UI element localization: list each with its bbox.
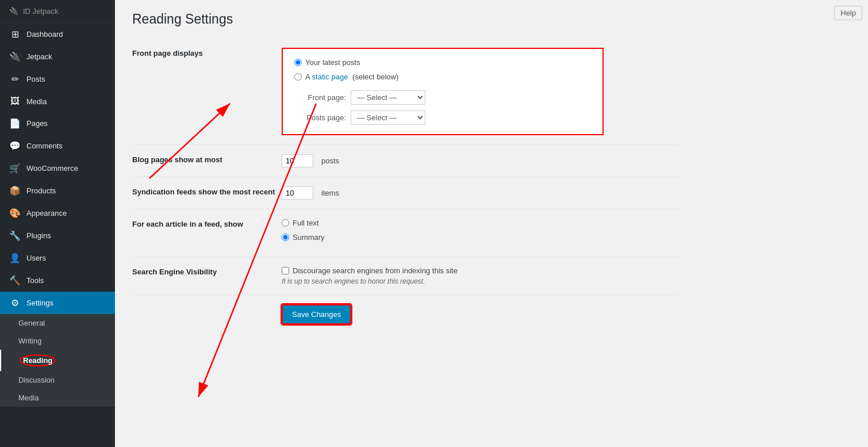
front-page-control: Your latest posts A static page (select … xyxy=(282,48,678,135)
syndication-control: items xyxy=(282,186,678,200)
sidebar-label-dashboard: Dashboard xyxy=(26,30,63,39)
sidebar-item-jetpack[interactable]: 🔌 Jetpack xyxy=(0,45,115,68)
discourage-option: Discourage search engines from indexing … xyxy=(282,266,678,275)
front-page-box: Your latest posts A static page (select … xyxy=(282,48,604,135)
sidebar-item-appearance[interactable]: 🎨 Appearance xyxy=(0,202,115,224)
sidebar-item-reading[interactable]: Reading xyxy=(0,350,115,371)
feed-article-label: For each article in a feed, show xyxy=(132,219,282,228)
syndication-suffix: items xyxy=(321,189,339,197)
static-page-link[interactable]: static page xyxy=(312,72,348,81)
media-icon: 🖼 xyxy=(9,96,21,106)
full-text-radio[interactable] xyxy=(282,219,289,227)
static-page-radio[interactable] xyxy=(294,73,302,81)
plugins-icon: 🔧 xyxy=(9,230,21,241)
tools-icon: 🔨 xyxy=(9,275,21,286)
static-page-option: A static page (select below) xyxy=(294,72,591,81)
sidebar-label-media-sub: Media xyxy=(18,393,39,402)
sidebar-item-media-sub[interactable]: Media xyxy=(0,389,115,407)
sidebar-item-pages[interactable]: 📄 Pages xyxy=(0,112,115,135)
sidebar-item-writing[interactable]: Writing xyxy=(0,332,115,350)
feed-article-control: Full text Summary xyxy=(282,219,678,247)
sidebar-label-appearance: Appearance xyxy=(26,209,67,217)
sidebar-label-general: General xyxy=(18,319,45,327)
sidebar-label-jetpack: Jetpack xyxy=(26,52,52,61)
sidebar-item-tools[interactable]: 🔨 Tools xyxy=(0,269,115,292)
sidebar-item-posts[interactable]: ✏ Posts xyxy=(0,68,115,90)
posts-page-select-row: Posts page: — Select — Home About Blog xyxy=(294,110,591,125)
posts-page-select-label: Posts page: xyxy=(294,113,346,122)
sidebar-label-products: Products xyxy=(26,186,56,195)
sidebar-item-general[interactable]: General xyxy=(0,314,115,332)
sidebar-item-media[interactable]: 🖼 Media xyxy=(0,90,115,112)
main-content: Help Reading Settings Front page display… xyxy=(115,0,868,447)
syndication-label: Syndication feeds show the most recent xyxy=(132,186,282,196)
pages-icon: 📄 xyxy=(9,118,21,129)
sidebar-label-woocommerce: WooCommerce xyxy=(26,164,78,173)
sidebar-item-products[interactable]: 📦 Products xyxy=(0,179,115,202)
sidebar: 🔌 ID Jetpack ⊞ Dashboard 🔌 Jetpack ✏ Pos… xyxy=(0,0,115,447)
sidebar-label-settings: Settings xyxy=(26,299,53,307)
posts-icon: ✏ xyxy=(9,74,21,85)
static-page-label: A static page (select below) xyxy=(305,72,398,81)
search-engine-row: Search Engine Visibility Discourage sear… xyxy=(132,257,678,295)
sidebar-label-posts: Posts xyxy=(26,75,45,83)
sidebar-logo-text: ID Jetpack xyxy=(23,7,58,16)
syndication-row: Syndication feeds show the most recent i… xyxy=(132,177,678,209)
sidebar-item-users[interactable]: 👤 Users xyxy=(0,247,115,269)
jetpack-nav-icon: 🔌 xyxy=(9,51,21,62)
search-engine-label: Search Engine Visibility xyxy=(132,266,282,276)
full-text-option: Full text xyxy=(282,219,678,227)
appearance-icon: 🎨 xyxy=(9,208,21,219)
settings-icon: ⚙ xyxy=(9,297,21,308)
sidebar-label-pages: Pages xyxy=(26,119,48,128)
sidebar-label-plugins: Plugins xyxy=(26,231,51,240)
blog-pages-row: Blog pages show at most posts xyxy=(132,145,678,177)
blog-pages-control: posts xyxy=(282,154,678,167)
sidebar-label-media: Media xyxy=(26,97,47,106)
latest-posts-option: Your latest posts xyxy=(294,58,591,67)
settings-submenu: General Writing Reading Discussion Media xyxy=(0,314,115,407)
front-page-row: Front page displays Your latest posts A … xyxy=(132,39,678,145)
full-text-label[interactable]: Full text xyxy=(293,219,319,227)
summary-label[interactable]: Summary xyxy=(293,233,325,242)
front-page-select[interactable]: — Select — Home About Blog Contact xyxy=(351,90,425,105)
sidebar-item-plugins[interactable]: 🔧 Plugins xyxy=(0,224,115,247)
front-page-select-label: Front page: xyxy=(294,93,346,102)
feed-article-row: For each article in a feed, show Full te… xyxy=(132,209,678,257)
sidebar-label-comments: Comments xyxy=(26,142,63,150)
sidebar-logo: 🔌 ID Jetpack xyxy=(0,0,115,23)
products-icon: 📦 xyxy=(9,185,21,196)
blog-pages-suffix: posts xyxy=(321,156,339,165)
discourage-label[interactable]: Discourage search engines from indexing … xyxy=(293,266,458,275)
posts-page-select[interactable]: — Select — Home About Blog xyxy=(351,110,425,125)
blog-pages-input[interactable] xyxy=(282,154,313,167)
sidebar-item-comments[interactable]: 💬 Comments xyxy=(0,135,115,157)
sidebar-item-woocommerce[interactable]: 🛒 WooCommerce xyxy=(0,157,115,179)
sidebar-item-discussion[interactable]: Discussion xyxy=(0,371,115,389)
save-changes-button[interactable]: Save Changes xyxy=(282,304,351,324)
jetpack-icon: 🔌 xyxy=(9,7,18,16)
latest-posts-label[interactable]: Your latest posts xyxy=(305,58,360,67)
woocommerce-icon: 🛒 xyxy=(9,163,21,174)
syndication-input[interactable] xyxy=(282,186,313,200)
sidebar-label-writing: Writing xyxy=(18,337,41,345)
front-page-select-row: Front page: — Select — Home About Blog C… xyxy=(294,90,591,105)
page-title: Reading Settings xyxy=(132,12,851,27)
search-engine-control: Discourage search engines from indexing … xyxy=(282,266,678,285)
sidebar-item-settings[interactable]: ⚙ Settings xyxy=(0,292,115,314)
front-page-label: Front page displays xyxy=(132,48,282,58)
sidebar-label-users: Users xyxy=(26,254,46,262)
sidebar-label-reading: Reading xyxy=(20,354,56,366)
settings-form: Front page displays Your latest posts A … xyxy=(132,39,678,334)
latest-posts-radio[interactable] xyxy=(294,59,302,66)
save-row: Save Changes xyxy=(132,295,678,334)
discourage-checkbox[interactable] xyxy=(282,267,289,274)
summary-option: Summary xyxy=(282,233,678,242)
sidebar-label-tools: Tools xyxy=(26,276,44,285)
summary-radio[interactable] xyxy=(282,234,289,241)
users-icon: 👤 xyxy=(9,253,21,263)
blog-pages-label: Blog pages show at most xyxy=(132,154,282,164)
sidebar-item-dashboard[interactable]: ⊞ Dashboard xyxy=(0,23,115,45)
help-button[interactable]: Help xyxy=(834,6,862,20)
sidebar-label-discussion: Discussion xyxy=(18,376,55,384)
